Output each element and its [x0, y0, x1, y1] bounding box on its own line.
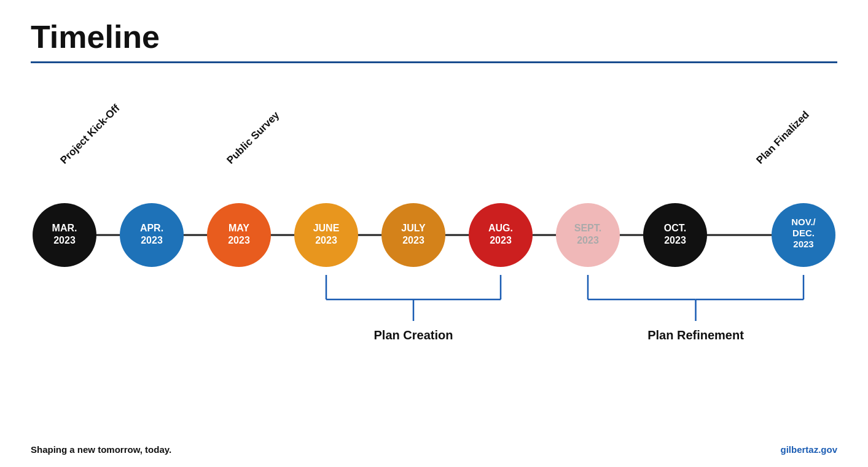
circle-july-line1: JULY	[401, 223, 426, 233]
kick-off-text: Project Kick-Off	[58, 102, 122, 166]
footer-website: gilbertaz.gov	[780, 444, 837, 455]
circle-may-line1: MAY	[229, 223, 249, 233]
circle-novdec-line3: 2023	[793, 239, 813, 249]
circle-novdec-line2: DEC.	[792, 228, 815, 238]
label-kick-off: Project Kick-Off	[58, 102, 122, 166]
circle-oct-line2: 2023	[664, 235, 686, 245]
timeline-svg: Project Kick-Off Public Survey Plan Fina…	[31, 82, 837, 401]
circle-sept-line1: SEPT.	[574, 223, 601, 233]
circle-june-line2: 2023	[315, 235, 337, 245]
circle-apr-line2: 2023	[141, 235, 163, 245]
circle-aug-line2: 2023	[490, 235, 512, 245]
page-title: Timeline	[31, 18, 837, 55]
circle-mar-line2: 2023	[53, 235, 76, 245]
circle-june-line1: JUNE	[313, 223, 340, 233]
footer-tagline: Shaping a new tomorrow, today.	[31, 444, 171, 455]
circle-sept-line2: 2023	[577, 235, 599, 245]
circle-july-line2: 2023	[402, 235, 424, 245]
footer: Shaping a new tomorrow, today. gilbertaz…	[31, 441, 837, 455]
circle-apr-line1: APR.	[140, 223, 163, 233]
plan-creation-label: Plan Creation	[374, 328, 453, 342]
circle-may-line2: 2023	[228, 235, 250, 245]
survey-text: Public Survey	[224, 109, 281, 166]
circle-mar-line1: MAR.	[52, 223, 77, 233]
timeline-area: Project Kick-Off Public Survey Plan Fina…	[31, 82, 837, 441]
page-wrapper: Timeline Project Kick-Off Public Survey …	[0, 0, 868, 467]
header-divider	[31, 61, 837, 63]
label-finalized: Plan Finalized	[754, 109, 811, 166]
circle-novdec-line1: NOV./	[791, 217, 816, 227]
label-survey: Public Survey	[224, 109, 281, 166]
finalized-text: Plan Finalized	[754, 109, 811, 166]
plan-refinement-label: Plan Refinement	[647, 328, 744, 342]
circle-oct-line1: OCT.	[664, 223, 686, 233]
circle-aug-line1: AUG.	[488, 223, 513, 233]
